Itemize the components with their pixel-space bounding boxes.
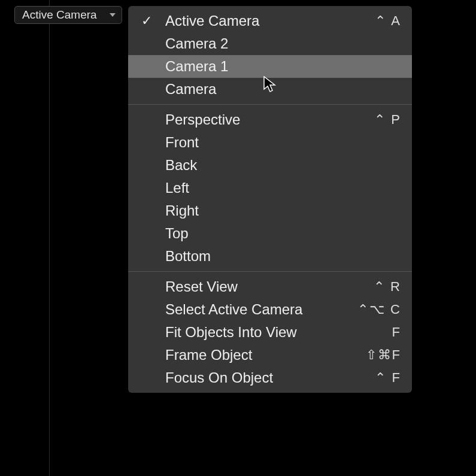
menu-item[interactable]: Camera	[128, 78, 412, 101]
menu-item-label: Fit Objects Into View	[165, 324, 392, 341]
menu-item[interactable]: Perspective⌃ P	[128, 108, 412, 131]
menu-item[interactable]: Fit Objects Into ViewF	[128, 321, 412, 344]
camera-dropdown-button[interactable]: Active Camera	[14, 6, 122, 24]
menu-item-label: Camera 1	[165, 58, 401, 75]
menu-item[interactable]: Focus On Object⌃ F	[128, 366, 412, 389]
menu-item[interactable]: Right	[128, 199, 412, 222]
menu-item-label: Focus On Object	[165, 369, 375, 386]
menu-item-label: Perspective	[165, 111, 374, 128]
panel-divider	[49, 0, 50, 476]
menu-item-label: Front	[165, 134, 401, 151]
menu-item-label: Top	[165, 225, 401, 242]
menu-item-label: Reset View	[165, 278, 374, 295]
menu-item[interactable]: Camera 2	[128, 32, 412, 55]
menu-item-shortcut: ⌃⌥ C	[357, 302, 401, 317]
menu-item-label: Right	[165, 202, 401, 219]
menu-item-label: Frame Object	[165, 347, 366, 363]
menu-item[interactable]: Front	[128, 131, 412, 154]
menu-item-label: Camera	[165, 81, 401, 98]
menu-item[interactable]: Reset View⌃ R	[128, 275, 412, 298]
menu-item-shortcut: ⌃ A	[375, 13, 401, 29]
menu-item-label: Back	[165, 157, 401, 174]
menu-item[interactable]: Left	[128, 177, 412, 199]
menu-item-shortcut: ⇧⌘F	[366, 347, 401, 363]
chevron-down-icon	[110, 13, 116, 17]
menu-item-shortcut: F	[392, 325, 401, 340]
menu-item-label: Select Active Camera	[165, 301, 357, 318]
menu-item-shortcut: ⌃ P	[374, 112, 401, 128]
menu-item-label: Camera 2	[165, 35, 401, 52]
camera-popup-menu: ✓Active Camera⌃ ACamera 2Camera 1CameraP…	[128, 6, 412, 393]
menu-item[interactable]: Frame Object⇧⌘F	[128, 344, 412, 366]
dropdown-label: Active Camera	[22, 8, 97, 22]
menu-item[interactable]: Back	[128, 154, 412, 177]
menu-item[interactable]: Select Active Camera⌃⌥ C	[128, 298, 412, 321]
menu-item[interactable]: Bottom	[128, 245, 412, 268]
checkmark-icon: ✓	[128, 13, 165, 29]
menu-item-shortcut: ⌃ R	[374, 279, 401, 295]
menu-item-label: Left	[165, 180, 401, 196]
menu-item[interactable]: Camera 1	[128, 55, 412, 78]
menu-item-label: Bottom	[165, 248, 401, 265]
menu-item[interactable]: ✓Active Camera⌃ A	[128, 10, 412, 32]
menu-item-shortcut: ⌃ F	[375, 370, 401, 386]
menu-item[interactable]: Top	[128, 222, 412, 245]
menu-separator	[128, 271, 412, 272]
menu-separator	[128, 104, 412, 105]
menu-item-label: Active Camera	[165, 13, 375, 29]
